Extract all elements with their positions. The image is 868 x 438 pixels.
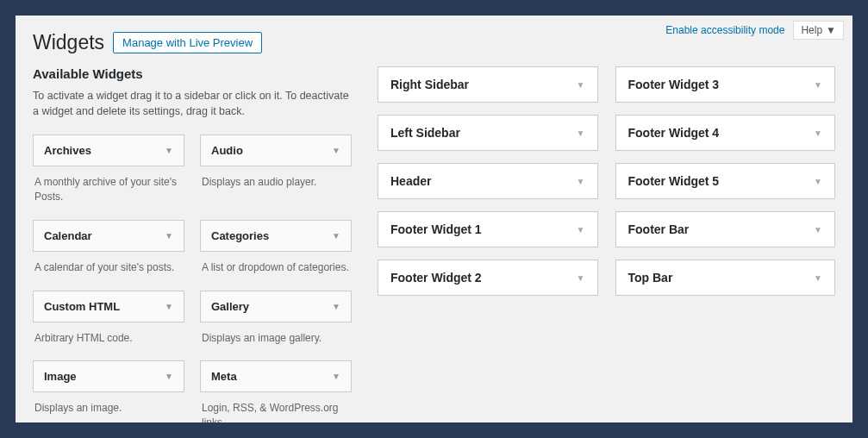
sidebar-area-label: Footer Widget 2 (390, 271, 482, 285)
sidebar-column-1: Right Sidebar▼Left Sidebar▼Header▼Footer… (378, 66, 598, 422)
sidebar-area[interactable]: Footer Widget 5▼ (615, 163, 836, 199)
widget-handle[interactable]: Image▼ (33, 360, 184, 392)
sidebar-area[interactable]: Left Sidebar▼ (378, 115, 598, 151)
chevron-down-icon: ▼ (577, 273, 585, 283)
widget-name: Archives (44, 144, 91, 157)
help-label: Help (801, 24, 822, 36)
sidebar-area-label: Footer Widget 4 (628, 126, 720, 140)
widget-name: Custom HTML (44, 300, 120, 313)
widgets-panel: Widgets Manage with Live Preview Enable … (16, 16, 852, 422)
widget-name: Meta (211, 370, 237, 383)
widget-description: A monthly archive of your site's Posts. (33, 166, 184, 211)
available-widgets-grid: Archives▼A monthly archive of your site'… (33, 135, 352, 422)
sidebar-area[interactable]: Header▼ (378, 163, 598, 199)
topbar-right: Enable accessibility mode Help ▼ (665, 21, 844, 40)
chevron-down-icon: ▼ (165, 231, 173, 241)
available-widget: Calendar▼A calendar of your site's posts… (33, 220, 184, 282)
available-widget: Custom HTML▼Arbitrary HTML code. (33, 291, 184, 353)
widget-description: Displays an image gallery. (200, 322, 352, 353)
chevron-down-icon: ▼ (814, 225, 822, 235)
available-widgets-heading: Available Widgets (33, 66, 352, 81)
widget-description: A list or dropdown of categories. (200, 252, 352, 282)
available-widget: Meta▼Login, RSS, & WordPress.org links. (200, 360, 352, 422)
chevron-down-icon: ▼ (332, 146, 340, 155)
topbar-left: Widgets Manage with Live Preview (33, 21, 262, 54)
chevron-down-icon: ▼ (332, 231, 340, 241)
sidebar-areas: Right Sidebar▼Left Sidebar▼Header▼Footer… (378, 66, 835, 422)
sidebar-area-label: Right Sidebar (390, 78, 469, 91)
manage-live-preview-button[interactable]: Manage with Live Preview (113, 32, 262, 53)
chevron-down-icon: ▼ (332, 302, 340, 311)
widget-handle[interactable]: Archives▼ (33, 135, 184, 166)
chevron-down-icon: ▼ (577, 177, 585, 186)
chevron-down-icon: ▼ (165, 146, 173, 155)
sidebar-area-label: Footer Widget 3 (628, 78, 720, 91)
widget-name: Gallery (211, 300, 249, 313)
widget-description: Login, RSS, & WordPress.org links. (200, 392, 352, 422)
sidebar-area-label: Top Bar (628, 271, 673, 285)
sidebar-area-label: Left Sidebar (390, 126, 460, 140)
page-title: Widgets (33, 31, 104, 54)
available-widget: Gallery▼Displays an image gallery. (200, 291, 352, 353)
sidebar-area-label: Header (390, 174, 431, 188)
widget-handle[interactable]: Custom HTML▼ (33, 291, 184, 322)
sidebar-area-label: Footer Bar (628, 222, 690, 236)
available-widget: Audio▼Displays an audio player. (200, 135, 352, 211)
available-widgets-column: Available Widgets To activate a widget d… (33, 66, 352, 422)
help-tab[interactable]: Help ▼ (793, 21, 844, 40)
chevron-down-icon: ▼ (577, 128, 585, 138)
sidebar-area-label: Footer Widget 5 (628, 174, 720, 188)
sidebar-area[interactable]: Footer Bar▼ (615, 211, 836, 247)
available-widget: Archives▼A monthly archive of your site'… (33, 135, 184, 211)
chevron-down-icon: ▼ (165, 372, 173, 381)
widget-handle[interactable]: Calendar▼ (33, 220, 184, 252)
chevron-down-icon: ▼ (165, 302, 173, 311)
content: Available Widgets To activate a widget d… (16, 54, 852, 422)
widget-name: Categories (211, 229, 269, 242)
chevron-down-icon: ▼ (826, 24, 836, 36)
sidebar-area[interactable]: Footer Widget 2▼ (378, 260, 598, 296)
accessibility-mode-link[interactable]: Enable accessibility mode (665, 24, 784, 36)
widget-name: Calendar (44, 229, 92, 242)
available-widget: Image▼Displays an image. (33, 360, 184, 422)
chevron-down-icon: ▼ (814, 177, 822, 186)
sidebar-area[interactable]: Right Sidebar▼ (378, 66, 598, 103)
topbar: Widgets Manage with Live Preview Enable … (16, 16, 852, 54)
widget-handle[interactable]: Gallery▼ (200, 291, 352, 322)
widget-description: A calendar of your site's posts. (33, 252, 184, 282)
chevron-down-icon: ▼ (577, 80, 585, 90)
chevron-down-icon: ▼ (814, 273, 822, 283)
widget-description: Displays an audio player. (200, 166, 352, 197)
sidebar-area[interactable]: Footer Widget 1▼ (378, 211, 598, 247)
widget-description: Displays an image. (33, 392, 184, 422)
available-widget: Categories▼A list or dropdown of categor… (200, 220, 352, 282)
sidebar-column-2: Footer Widget 3▼Footer Widget 4▼Footer W… (615, 66, 836, 422)
available-widgets-description: To activate a widget drag it to a sideba… (33, 88, 352, 119)
sidebar-area-label: Footer Widget 1 (390, 222, 482, 236)
widget-description: Arbitrary HTML code. (33, 322, 184, 353)
sidebar-area[interactable]: Top Bar▼ (615, 260, 836, 296)
widget-name: Image (44, 370, 77, 383)
sidebar-area[interactable]: Footer Widget 3▼ (615, 66, 836, 103)
chevron-down-icon: ▼ (332, 372, 340, 381)
widget-handle[interactable]: Meta▼ (200, 360, 352, 392)
sidebar-area[interactable]: Footer Widget 4▼ (615, 115, 836, 151)
chevron-down-icon: ▼ (814, 128, 822, 138)
widget-name: Audio (211, 144, 243, 157)
chevron-down-icon: ▼ (577, 225, 585, 235)
widget-handle[interactable]: Categories▼ (200, 220, 352, 252)
widget-handle[interactable]: Audio▼ (200, 135, 352, 166)
chevron-down-icon: ▼ (814, 80, 822, 90)
